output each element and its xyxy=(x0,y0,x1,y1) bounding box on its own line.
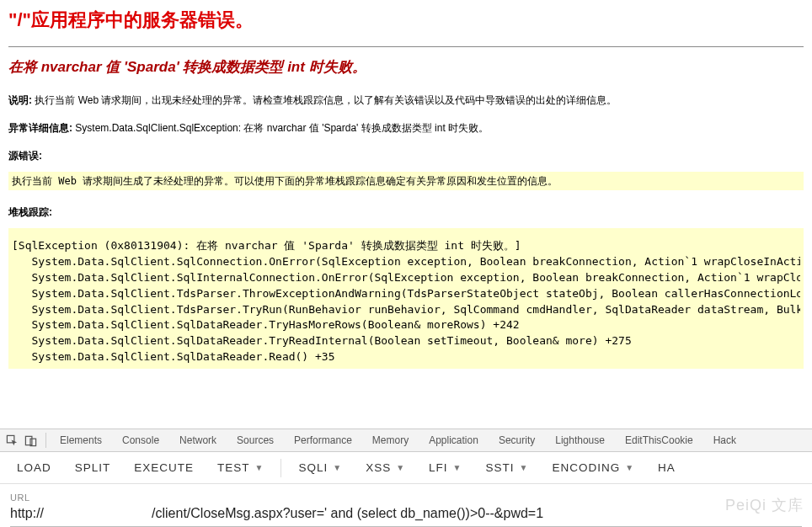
devtools-tab-console[interactable]: Console xyxy=(112,429,169,452)
devtools-tabstrip: Elements Console Network Sources Perform… xyxy=(0,429,812,452)
device-toolbar-icon[interactable] xyxy=(22,432,39,449)
stack-trace-box: [SqlException (0x80131904): 在将 nvarchar … xyxy=(8,228,804,369)
devtools-tab-hackbar[interactable]: Hack xyxy=(703,429,746,452)
url-label: URL xyxy=(10,492,802,503)
error-page: "/"应用程序中的服务器错误。 在将 nvarchar 值 'Sparda' 转… xyxy=(0,0,812,429)
stack-trace-label: 堆栈跟踪: xyxy=(8,205,804,220)
devtools-tab-editthiscookie[interactable]: EditThisCookie xyxy=(615,429,703,452)
encoding-dropdown[interactable]: ENCODING ▼ xyxy=(540,452,646,484)
source-error-label: 源错误: xyxy=(8,149,804,163)
test-label: TEST xyxy=(217,452,250,484)
chevron-down-icon: ▼ xyxy=(625,452,634,484)
divider xyxy=(280,459,281,477)
page-title: "/"应用程序中的服务器错误。 xyxy=(8,8,804,33)
devtools-tab-memory[interactable]: Memory xyxy=(362,429,419,452)
description-text: 执行当前 Web 请求期间，出现未经处理的异常。请检查堆栈跟踪信息，以了解有关该… xyxy=(35,94,617,106)
url-text-suffix: /client/CloseMsg.aspx?user=' and (select… xyxy=(152,506,543,521)
url-input[interactable]: http:///client/CloseMsg.aspx?user=' and … xyxy=(10,504,802,527)
hackbar-toolbar: LOAD SPLIT EXECUTE TEST ▼ SQLI ▼ XSS ▼ L… xyxy=(0,452,812,484)
test-dropdown[interactable]: TEST ▼ xyxy=(206,452,275,484)
sqli-dropdown[interactable]: SQLI ▼ xyxy=(286,452,354,484)
devtools-tab-lighthouse[interactable]: Lighthouse xyxy=(545,429,615,452)
execute-button[interactable]: EXECUTE xyxy=(122,452,206,484)
exception-detail-text: System.Data.SqlClient.SqlException: 在将 n… xyxy=(75,122,489,134)
devtools-tab-elements[interactable]: Elements xyxy=(50,429,112,452)
hashing-label: HA xyxy=(658,452,676,484)
redacted-host xyxy=(44,504,152,518)
svg-rect-1 xyxy=(25,436,32,444)
source-error-box: 执行当前 Web 请求期间生成了未经处理的异常。可以使用下面的异常堆栈跟踪信息确… xyxy=(8,172,804,191)
lfi-dropdown[interactable]: LFI ▼ xyxy=(417,452,473,484)
ssti-dropdown[interactable]: SSTI ▼ xyxy=(473,452,540,484)
xss-dropdown[interactable]: XSS ▼ xyxy=(354,452,417,484)
hashing-dropdown[interactable]: HA xyxy=(646,452,687,484)
divider xyxy=(45,433,46,448)
devtools-tab-sources[interactable]: Sources xyxy=(227,429,284,452)
source-error-text: 执行当前 Web 请求期间生成了未经处理的异常。可以使用下面的异常堆栈跟踪信息确… xyxy=(12,173,800,189)
url-area: URL http:///client/CloseMsg.aspx?user=' … xyxy=(0,484,812,527)
lfi-label: LFI xyxy=(429,452,448,484)
sqli-label: SQLI xyxy=(298,452,328,484)
chevron-down-icon: ▼ xyxy=(255,452,264,484)
description-line: 说明: 执行当前 Web 请求期间，出现未经处理的异常。请检查堆栈跟踪信息，以了… xyxy=(8,93,804,108)
devtools-tab-network[interactable]: Network xyxy=(169,429,227,452)
ssti-label: SSTI xyxy=(485,452,514,484)
split-button[interactable]: SPLIT xyxy=(63,452,123,484)
encoding-label: ENCODING xyxy=(552,452,620,484)
devtools-tab-application[interactable]: Application xyxy=(419,429,489,452)
divider xyxy=(8,46,804,47)
exception-detail-label: 异常详细信息: xyxy=(8,122,72,134)
chevron-down-icon: ▼ xyxy=(520,452,529,484)
chevron-down-icon: ▼ xyxy=(396,452,405,484)
devtools-tab-security[interactable]: Security xyxy=(489,429,545,452)
chevron-down-icon: ▼ xyxy=(333,452,342,484)
stack-trace-text: [SqlException (0x80131904): 在将 nvarchar … xyxy=(12,238,800,365)
xss-label: XSS xyxy=(366,452,391,484)
error-subtitle: 在将 nvarchar 值 'Sparda' 转换成数据类型 int 时失败。 xyxy=(8,57,804,77)
devtools-tab-performance[interactable]: Performance xyxy=(284,429,362,452)
inspect-element-icon[interactable] xyxy=(3,432,20,449)
url-text-prefix: http:// xyxy=(10,506,44,521)
description-label: 说明: xyxy=(8,94,32,106)
chevron-down-icon: ▼ xyxy=(453,452,462,484)
exception-detail-line: 异常详细信息: System.Data.SqlClient.SqlExcepti… xyxy=(8,121,804,136)
load-button[interactable]: LOAD xyxy=(5,452,63,484)
